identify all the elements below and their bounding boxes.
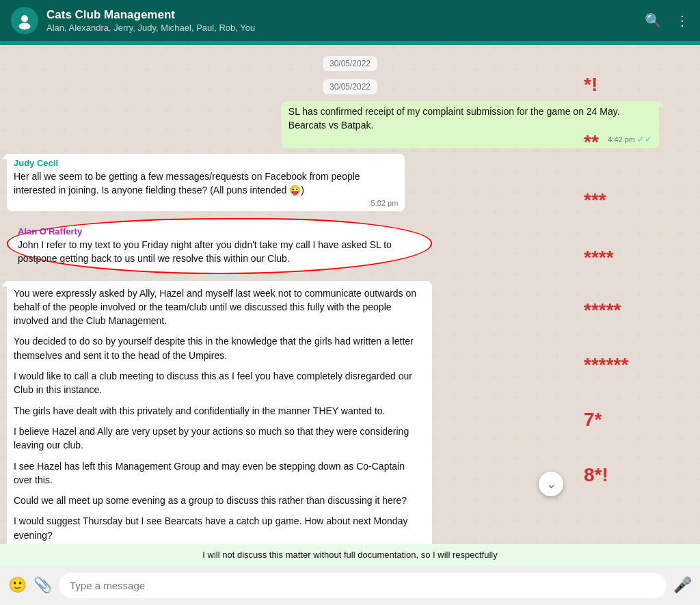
alan-para-3: I would like to call a club meeting to d… [14,369,425,397]
judy-sender-name: Judy Cecil [14,158,398,168]
alan-sender-name: Alan O'Rafferty [18,226,421,237]
date-badge-2: 30/05/2022 [323,79,377,94]
svg-point-1 [19,23,31,30]
judy-message: Judy Cecil Her all we seem to be getting… [7,154,405,211]
scroll-down-button[interactable]: ⌄ [539,472,563,496]
alan-highlighted-container: Alan O'Rafferty John I refer to my text … [7,218,432,273]
chat-participants: Alan, Alexandra, Jerry, Judy, Michael, P… [46,23,645,33]
chat-inner: 30/05/2022 30/05/2022 SL has confirmed r… [0,52,700,544]
alan-para-7: Could we all meet up some evening as a g… [14,494,425,507]
double-tick-icon: ✓✓ [637,134,652,144]
attachment-icon[interactable]: 📎 [33,576,52,594]
alan-highlighted-message: Alan O'Rafferty John I refer to my text … [7,218,432,273]
alan-long-message: You were expressly asked by Ally, Hazel … [7,281,432,544]
more-options-icon[interactable]: ⋮ [675,12,689,29]
sent-message: SL has confirmed receipt of my complaint… [282,101,659,148]
alan-highlighted-text: John I refer to my text to you Friday ni… [18,239,421,265]
message-input[interactable] [59,573,667,598]
alan-para-4: The girls have dealt with this privately… [14,404,425,418]
alan-long-text: You were expressly asked by Ally, Hazel … [14,286,425,542]
alan-para-2: You decided to do so by yourself despite… [14,334,425,362]
chat-title: Cats Club Management [46,8,645,22]
group-avatar [11,7,38,34]
input-bar: 🙂 📎 🎤 [0,565,700,605]
chat-wrapper: 30/05/2022 30/05/2022 SL has confirmed r… [0,45,700,565]
search-icon[interactable]: 🔍 [645,12,662,29]
sent-message-time: 4:42 pm ✓✓ [288,134,652,144]
chevron-down-icon: ⌄ [546,476,556,492]
alan-para-6: I see Hazel has left this Management Gro… [14,459,425,487]
date-badge-1: 30/05/2022 [323,56,377,71]
microphone-icon[interactable]: 🎤 [673,576,692,594]
svg-point-0 [21,15,28,22]
chat-area: 30/05/2022 30/05/2022 SL has confirmed r… [0,45,700,544]
header-actions: 🔍 ⋮ [645,12,689,29]
alan-para-1: You were expressly asked by Ally, Hazel … [14,286,425,328]
chat-header: Cats Club Management Alan, Alexandra, Je… [0,0,700,41]
hint-bar: I will not discuss this matter without f… [0,544,700,565]
judy-message-text: Her all we seem to be getting a few mess… [14,170,398,197]
judy-message-time: 5:02 pm [14,199,398,207]
emoji-icon[interactable]: 🙂 [8,576,27,594]
sent-message-text: SL has confirmed receipt of my complaint… [288,105,652,132]
alan-para-5: I believe Hazel and Ally are very upset … [14,425,425,453]
header-info: Cats Club Management Alan, Alexandra, Je… [46,8,645,33]
alan-para-8: I would suggest Thursday but I see Bearc… [14,514,425,542]
